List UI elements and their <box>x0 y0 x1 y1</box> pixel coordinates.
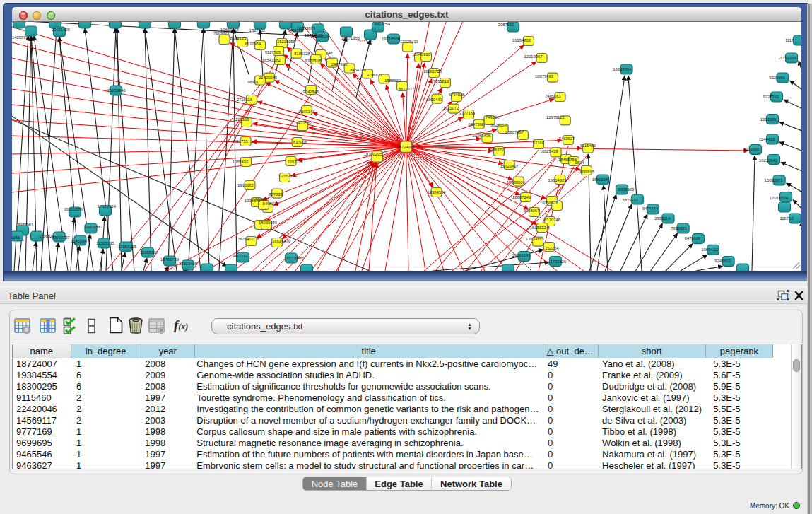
svg-text:18724007: 18724007 <box>397 145 416 149</box>
svg-text:10025438: 10025438 <box>540 149 558 153</box>
svg-text:7625402: 7625402 <box>237 237 254 241</box>
svg-text:546: 546 <box>326 51 333 55</box>
svg-text:19975887: 19975887 <box>85 225 103 229</box>
svg-text:6497568: 6497568 <box>468 122 484 127</box>
svg-text:15692971: 15692971 <box>765 178 783 182</box>
svg-text:7357224: 7357224 <box>313 35 329 39</box>
svg-text:8215955: 8215955 <box>743 147 760 151</box>
svg-text:8822037: 8822037 <box>399 87 415 91</box>
svg-text:1117: 1117 <box>785 38 794 42</box>
svg-text:8454749: 8454749 <box>350 68 366 72</box>
svg-text:1615132: 1615132 <box>530 226 546 230</box>
svg-text:16914479: 16914479 <box>272 239 290 243</box>
svg-text:19756928: 19756928 <box>540 201 558 205</box>
svg-text:9115460: 9115460 <box>580 144 596 148</box>
svg-text:7663822: 7663822 <box>213 31 230 35</box>
svg-text:18300295: 18300295 <box>364 152 382 156</box>
svg-text:8160125: 8160125 <box>230 36 247 40</box>
svg-text:21053346: 21053346 <box>107 88 126 93</box>
svg-text:6794028: 6794028 <box>449 93 465 97</box>
svg-text:9327508: 9327508 <box>305 59 322 63</box>
svg-text:18640910: 18640910 <box>412 52 430 57</box>
svg-text:20206586: 20206586 <box>64 207 83 211</box>
svg-text:1209385: 1209385 <box>760 117 777 122</box>
svg-text:746266: 746266 <box>486 115 499 119</box>
svg-text:817006: 817006 <box>293 140 307 144</box>
svg-text:14099489: 14099489 <box>259 221 277 225</box>
svg-text:9242845: 9242845 <box>303 90 319 94</box>
svg-text:8912954: 8912954 <box>245 42 261 46</box>
svg-text:6879197: 6879197 <box>623 198 639 202</box>
svg-text:1010755: 1010755 <box>232 139 248 144</box>
svg-text:15716485: 15716485 <box>286 256 305 260</box>
svg-text:9463627: 9463627 <box>559 136 575 141</box>
svg-text:16136141: 16136141 <box>512 253 531 257</box>
svg-text:2718116: 2718116 <box>237 98 252 102</box>
svg-text:8471626: 8471626 <box>685 236 701 240</box>
svg-text:12353594: 12353594 <box>278 174 298 178</box>
svg-text:7515524: 7515524 <box>357 39 373 43</box>
svg-text:9227343: 9227343 <box>763 95 779 99</box>
svg-text:17016504: 17016504 <box>770 196 789 200</box>
svg-text:9804: 9804 <box>575 160 585 165</box>
svg-text:16154808: 16154808 <box>512 38 531 42</box>
svg-text:17957225: 17957225 <box>118 245 136 249</box>
svg-text:10973493: 10973493 <box>535 74 553 78</box>
svg-text:18495756: 18495756 <box>558 158 577 162</box>
svg-text:8186328: 8186328 <box>294 52 310 56</box>
svg-text:1733426: 1733426 <box>551 259 567 264</box>
svg-text:1527602: 1527602 <box>249 28 266 33</box>
svg-text:9084067: 9084067 <box>524 209 540 213</box>
svg-text:7986372: 7986372 <box>488 148 505 152</box>
svg-text:2935114: 2935114 <box>654 216 671 221</box>
svg-text:16033809: 16033809 <box>297 26 315 30</box>
svg-text:0899695: 0899695 <box>579 170 595 174</box>
svg-text:19384554: 19384554 <box>428 190 447 194</box>
svg-text:16648784: 16648784 <box>613 67 632 71</box>
svg-text:10688609: 10688609 <box>507 180 525 185</box>
svg-text:16543382: 16543382 <box>262 58 281 62</box>
svg-text:2603144: 2603144 <box>299 110 315 114</box>
svg-text:39155: 39155 <box>12 235 20 240</box>
svg-text:12975115: 12975115 <box>546 115 564 119</box>
svg-text:116753: 116753 <box>780 216 794 221</box>
svg-text:8427552: 8427552 <box>296 121 312 125</box>
svg-text:8985061: 8985061 <box>18 223 34 227</box>
svg-text:3267110: 3267110 <box>288 160 303 164</box>
svg-text:14055724: 14055724 <box>12 35 31 40</box>
svg-text:19218506: 19218506 <box>382 37 400 41</box>
svg-text:18807249: 18807249 <box>512 195 531 199</box>
svg-text:16961758: 16961758 <box>423 69 442 74</box>
svg-text:10807457: 10807457 <box>505 130 524 134</box>
svg-text:1244415: 1244415 <box>759 137 775 141</box>
svg-text:8990443: 8990443 <box>426 98 442 102</box>
svg-text:11958107: 11958107 <box>140 250 158 255</box>
svg-text:1640934: 1640934 <box>592 177 608 182</box>
svg-text:12942737: 12942737 <box>52 235 70 240</box>
svg-text:7485063: 7485063 <box>545 94 561 98</box>
svg-text:1916682: 1916682 <box>237 183 254 187</box>
svg-text:9327505: 9327505 <box>265 50 281 54</box>
svg-text:22420046: 22420046 <box>259 76 277 80</box>
svg-text:1604677: 1604677 <box>253 197 269 201</box>
svg-text:1588520: 1588520 <box>384 78 401 83</box>
svg-text:62160: 62160 <box>533 141 544 145</box>
svg-text:9329966: 9329966 <box>769 76 785 80</box>
svg-text:15226058: 15226058 <box>277 40 295 44</box>
svg-text:1221338: 1221338 <box>233 117 249 122</box>
svg-text:20691406: 20691406 <box>52 28 70 32</box>
svg-text:5498222: 5498222 <box>263 201 279 206</box>
svg-text:15751074: 15751074 <box>778 56 797 60</box>
svg-text:16120746: 16120746 <box>542 218 560 222</box>
svg-text:2087682: 2087682 <box>498 23 514 27</box>
svg-text:12923465: 12923465 <box>179 262 197 266</box>
svg-text:8938923: 8938923 <box>618 187 635 192</box>
svg-text:13524851: 13524851 <box>526 237 544 241</box>
svg-text:10654112: 10654112 <box>701 247 719 252</box>
svg-text:98901: 98901 <box>247 80 259 84</box>
svg-text:2967608: 2967608 <box>331 62 348 66</box>
svg-text:16210643: 16210643 <box>759 158 777 163</box>
svg-text:16782759: 16782759 <box>160 257 179 262</box>
svg-text:9474444: 9474444 <box>642 206 659 211</box>
svg-text:1145194: 1145194 <box>71 239 87 243</box>
